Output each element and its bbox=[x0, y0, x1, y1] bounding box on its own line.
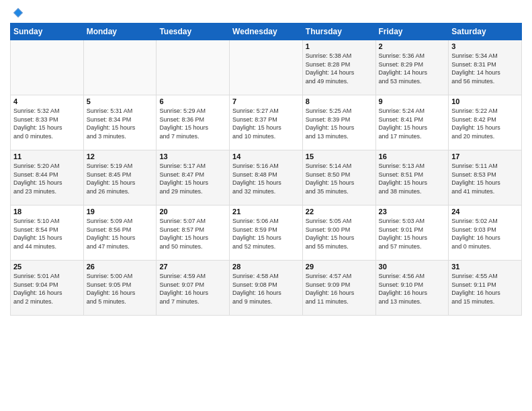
calendar-day-2: 2Sunrise: 5:36 AM Sunset: 8:29 PM Daylig… bbox=[375, 40, 449, 95]
day-info: Sunrise: 5:03 AM Sunset: 9:01 PM Dayligh… bbox=[379, 217, 446, 250]
day-number: 30 bbox=[379, 263, 446, 271]
empty-cell bbox=[230, 40, 303, 95]
calendar-day-10: 10Sunrise: 5:22 AM Sunset: 8:42 PM Dayli… bbox=[449, 95, 522, 150]
calendar-day-7: 7Sunrise: 5:27 AM Sunset: 8:37 PM Daylig… bbox=[230, 95, 303, 150]
day-number: 24 bbox=[451, 208, 519, 216]
weekday-header-tuesday: Tuesday bbox=[157, 24, 230, 40]
day-info: Sunrise: 5:24 AM Sunset: 8:41 PM Dayligh… bbox=[379, 107, 446, 140]
day-number: 4 bbox=[13, 97, 81, 105]
day-number: 23 bbox=[379, 208, 446, 216]
day-number: 6 bbox=[159, 97, 226, 105]
day-info: Sunrise: 5:05 AM Sunset: 9:00 PM Dayligh… bbox=[306, 217, 373, 250]
weekday-header-saturday: Saturday bbox=[449, 24, 522, 40]
day-info: Sunrise: 5:32 AM Sunset: 8:33 PM Dayligh… bbox=[13, 107, 81, 140]
day-info: Sunrise: 5:11 AM Sunset: 8:53 PM Dayligh… bbox=[451, 162, 519, 195]
calendar-day-8: 8Sunrise: 5:25 AM Sunset: 8:39 PM Daylig… bbox=[302, 95, 375, 150]
day-info: Sunrise: 4:56 AM Sunset: 9:10 PM Dayligh… bbox=[379, 272, 446, 306]
calendar-day-9: 9Sunrise: 5:24 AM Sunset: 8:41 PM Daylig… bbox=[375, 95, 449, 150]
day-number: 22 bbox=[306, 208, 373, 216]
calendar-day-16: 16Sunrise: 5:13 AM Sunset: 8:51 PM Dayli… bbox=[375, 150, 449, 205]
calendar-day-14: 14Sunrise: 5:16 AM Sunset: 8:48 PM Dayli… bbox=[230, 150, 303, 205]
day-info: Sunrise: 5:20 AM Sunset: 8:44 PM Dayligh… bbox=[13, 162, 81, 195]
empty-cell bbox=[157, 40, 230, 95]
day-info: Sunrise: 5:16 AM Sunset: 8:48 PM Dayligh… bbox=[232, 162, 300, 195]
day-info: Sunrise: 5:36 AM Sunset: 8:29 PM Dayligh… bbox=[379, 52, 446, 85]
calendar-day-3: 3Sunrise: 5:34 AM Sunset: 8:31 PM Daylig… bbox=[449, 40, 522, 95]
calendar: SundayMondayTuesdayWednesdayThursdayFrid… bbox=[10, 23, 522, 316]
calendar-day-17: 17Sunrise: 5:11 AM Sunset: 8:53 PM Dayli… bbox=[449, 150, 522, 205]
day-info: Sunrise: 5:38 AM Sunset: 8:28 PM Dayligh… bbox=[306, 52, 373, 85]
day-info: Sunrise: 5:34 AM Sunset: 8:31 PM Dayligh… bbox=[451, 52, 519, 85]
day-info: Sunrise: 5:27 AM Sunset: 8:37 PM Dayligh… bbox=[232, 107, 300, 140]
calendar-day-11: 11Sunrise: 5:20 AM Sunset: 8:44 PM Dayli… bbox=[11, 150, 84, 205]
calendar-day-24: 24Sunrise: 5:02 AM Sunset: 9:03 PM Dayli… bbox=[449, 205, 522, 261]
day-number: 27 bbox=[159, 263, 226, 271]
day-info: Sunrise: 5:00 AM Sunset: 9:05 PM Dayligh… bbox=[87, 272, 154, 306]
day-info: Sunrise: 4:59 AM Sunset: 9:07 PM Dayligh… bbox=[159, 272, 226, 306]
calendar-day-5: 5Sunrise: 5:31 AM Sunset: 8:34 PM Daylig… bbox=[83, 95, 157, 150]
calendar-day-31: 31Sunrise: 4:55 AM Sunset: 9:11 PM Dayli… bbox=[449, 261, 522, 316]
calendar-day-1: 1Sunrise: 5:38 AM Sunset: 8:28 PM Daylig… bbox=[302, 40, 375, 95]
day-number: 16 bbox=[379, 152, 446, 161]
calendar-day-4: 4Sunrise: 5:32 AM Sunset: 8:33 PM Daylig… bbox=[11, 95, 84, 150]
day-number: 13 bbox=[159, 152, 226, 161]
calendar-week-2: 4Sunrise: 5:32 AM Sunset: 8:33 PM Daylig… bbox=[11, 95, 522, 150]
calendar-day-13: 13Sunrise: 5:17 AM Sunset: 8:47 PM Dayli… bbox=[157, 150, 230, 205]
day-info: Sunrise: 5:01 AM Sunset: 9:04 PM Dayligh… bbox=[13, 272, 81, 306]
day-info: Sunrise: 5:14 AM Sunset: 8:50 PM Dayligh… bbox=[306, 162, 373, 195]
day-info: Sunrise: 5:13 AM Sunset: 8:51 PM Dayligh… bbox=[379, 162, 446, 195]
calendar-day-28: 28Sunrise: 4:58 AM Sunset: 9:08 PM Dayli… bbox=[230, 261, 303, 316]
calendar-day-6: 6Sunrise: 5:29 AM Sunset: 8:36 PM Daylig… bbox=[157, 95, 230, 150]
calendar-day-15: 15Sunrise: 5:14 AM Sunset: 8:50 PM Dayli… bbox=[302, 150, 375, 205]
weekday-header-sunday: Sunday bbox=[11, 24, 84, 40]
day-number: 28 bbox=[232, 263, 300, 271]
weekday-header-wednesday: Wednesday bbox=[230, 24, 303, 40]
day-info: Sunrise: 5:09 AM Sunset: 8:56 PM Dayligh… bbox=[87, 217, 154, 250]
calendar-day-20: 20Sunrise: 5:07 AM Sunset: 8:57 PM Dayli… bbox=[157, 205, 230, 261]
logo-icon bbox=[12, 7, 24, 19]
day-info: Sunrise: 4:58 AM Sunset: 9:08 PM Dayligh… bbox=[232, 272, 300, 306]
calendar-day-21: 21Sunrise: 5:06 AM Sunset: 8:59 PM Dayli… bbox=[230, 205, 303, 261]
day-number: 12 bbox=[87, 152, 154, 161]
day-number: 10 bbox=[451, 97, 519, 105]
day-info: Sunrise: 5:29 AM Sunset: 8:36 PM Dayligh… bbox=[159, 107, 226, 140]
empty-cell bbox=[83, 40, 157, 95]
day-info: Sunrise: 5:25 AM Sunset: 8:39 PM Dayligh… bbox=[306, 107, 373, 140]
day-number: 26 bbox=[87, 263, 154, 271]
day-number: 15 bbox=[306, 152, 373, 161]
svg-marker-1 bbox=[15, 9, 22, 17]
day-number: 9 bbox=[379, 97, 446, 105]
day-info: Sunrise: 4:57 AM Sunset: 9:09 PM Dayligh… bbox=[306, 272, 373, 306]
day-number: 5 bbox=[87, 97, 154, 105]
day-info: Sunrise: 5:19 AM Sunset: 8:45 PM Dayligh… bbox=[87, 162, 154, 195]
weekday-header-row: SundayMondayTuesdayWednesdayThursdayFrid… bbox=[11, 24, 522, 40]
day-number: 25 bbox=[13, 263, 81, 271]
day-info: Sunrise: 5:02 AM Sunset: 9:03 PM Dayligh… bbox=[451, 217, 519, 250]
day-number: 2 bbox=[379, 42, 446, 50]
calendar-day-26: 26Sunrise: 5:00 AM Sunset: 9:05 PM Dayli… bbox=[83, 261, 157, 316]
empty-cell bbox=[11, 40, 84, 95]
calendar-day-12: 12Sunrise: 5:19 AM Sunset: 8:45 PM Dayli… bbox=[83, 150, 157, 205]
day-info: Sunrise: 5:31 AM Sunset: 8:34 PM Dayligh… bbox=[87, 107, 154, 140]
weekday-header-friday: Friday bbox=[375, 24, 449, 40]
calendar-day-19: 19Sunrise: 5:09 AM Sunset: 8:56 PM Dayli… bbox=[83, 205, 157, 261]
weekday-header-monday: Monday bbox=[83, 24, 157, 40]
day-info: Sunrise: 5:10 AM Sunset: 8:54 PM Dayligh… bbox=[13, 217, 81, 250]
calendar-week-3: 11Sunrise: 5:20 AM Sunset: 8:44 PM Dayli… bbox=[11, 150, 522, 205]
calendar-day-29: 29Sunrise: 4:57 AM Sunset: 9:09 PM Dayli… bbox=[302, 261, 375, 316]
day-info: Sunrise: 5:06 AM Sunset: 8:59 PM Dayligh… bbox=[232, 217, 300, 250]
weekday-header-thursday: Thursday bbox=[302, 24, 375, 40]
day-number: 21 bbox=[232, 208, 300, 216]
day-info: Sunrise: 4:55 AM Sunset: 9:11 PM Dayligh… bbox=[451, 272, 519, 306]
calendar-week-1: 1Sunrise: 5:38 AM Sunset: 8:28 PM Daylig… bbox=[11, 40, 522, 95]
day-number: 29 bbox=[306, 263, 373, 271]
day-number: 8 bbox=[306, 97, 373, 105]
day-info: Sunrise: 5:22 AM Sunset: 8:42 PM Dayligh… bbox=[451, 107, 519, 140]
day-info: Sunrise: 5:17 AM Sunset: 8:47 PM Dayligh… bbox=[159, 162, 226, 195]
day-number: 11 bbox=[13, 152, 81, 161]
day-number: 20 bbox=[159, 208, 226, 216]
calendar-week-5: 25Sunrise: 5:01 AM Sunset: 9:04 PM Dayli… bbox=[11, 261, 522, 316]
calendar-day-25: 25Sunrise: 5:01 AM Sunset: 9:04 PM Dayli… bbox=[11, 261, 84, 316]
calendar-day-27: 27Sunrise: 4:59 AM Sunset: 9:07 PM Dayli… bbox=[157, 261, 230, 316]
day-number: 3 bbox=[451, 42, 519, 50]
